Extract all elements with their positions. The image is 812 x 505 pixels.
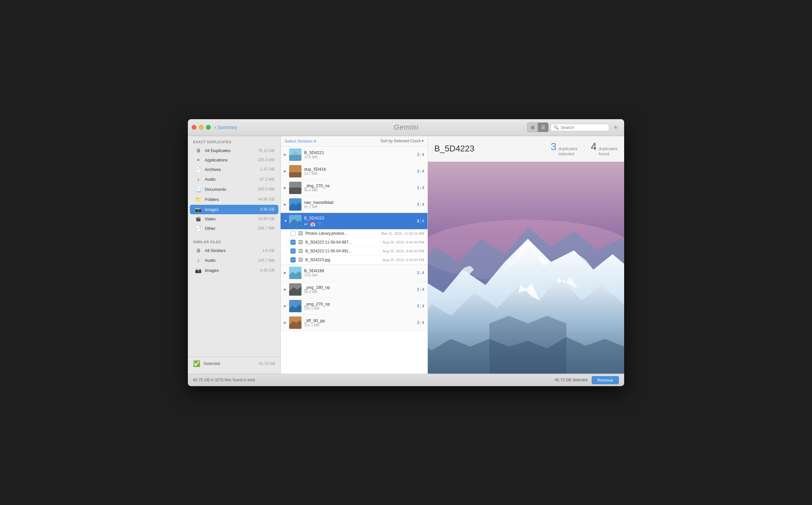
group-count-raw_hasselblad: 3 | 4 xyxy=(417,202,425,207)
search-bar[interactable]: 🔍 xyxy=(551,124,609,131)
file-name-b5d4223-991: B_5D4223 11-56-04-991... xyxy=(306,249,380,253)
file-group-header-B_5D4221[interactable]: ▶ B_5D4221 13.6 MB 3 | 4 xyxy=(281,147,427,163)
group-name-dng_270_ns: _dng_270_ns xyxy=(304,183,417,188)
sidebar-item-archives[interactable]: 📄 Archives 1.47 GB xyxy=(190,165,278,174)
sidebar-size-all-similars: 4.6 GB xyxy=(262,248,274,253)
titlebar: ‹ Summary Gemini ⊞ ☰ 🔍 ★ xyxy=(188,119,624,136)
sidebar-size-archives: 1.47 GB xyxy=(260,167,274,172)
group-name-tiff_90_pp: _tiff_90_pp xyxy=(304,318,417,323)
sidebar-item-other[interactable]: 📄 Other 266.7 MB xyxy=(190,224,278,233)
checkbox-b5d4223-991[interactable]: ✓ xyxy=(290,248,295,254)
file-group-header-dup_5D416[interactable]: ▶ dup_5D416 14.7 MB 3 | 4 xyxy=(281,163,427,179)
group-info-dng_270_ns: _dng_270_ns 48.4 MB xyxy=(304,183,417,192)
file-group-png_180_np: ▶ _png_180_np 94.9 MB 3 | 4 xyxy=(281,281,427,298)
sidebar-label-audio: Audio xyxy=(205,177,256,182)
group-info-raw_hasselblad: raw_hasselblad 91.2 MB xyxy=(304,200,417,209)
select-similars-button[interactable]: Select Similars ▾ xyxy=(284,139,316,144)
group-size-dup_5D416: 14.7 MB xyxy=(304,172,417,175)
file-group-B_5D4221: ▶ B_5D4221 13.6 MB 3 | 4 xyxy=(281,147,427,163)
file-group-header-B_5D4199[interactable]: ▶ B_5D4199 13.6 MB 3 | 4 xyxy=(281,265,427,281)
checkbox-b5d4223-jpg[interactable]: ✓ xyxy=(290,257,295,263)
file-date-photos-lib: Mar 12, 2016, 11:56:10 AM xyxy=(381,231,424,235)
file-group-header-png_180_np[interactable]: ▶ _png_180_np 94.9 MB 3 | 4 xyxy=(281,281,427,298)
file-group-dup_5D416: ▶ dup_5D416 14.7 MB 3 | 4 xyxy=(281,163,427,180)
maximize-button[interactable] xyxy=(206,125,211,130)
file-subitem-b5d4223-987[interactable]: ✓ 🖼 B_5D4223 11-56-04-987... Aug 25, 201… xyxy=(281,238,427,247)
group-info-B_5D4221: B_5D4221 13.6 MB xyxy=(304,150,417,159)
file-subitem-b5d4223-991[interactable]: ✓ 🖼 B_5D4223 11-56-04-991... Aug 25, 201… xyxy=(281,247,427,256)
stat-label-selected: duplicatesselected xyxy=(558,146,578,157)
close-button[interactable] xyxy=(192,125,196,130)
checkbox-photos-lib[interactable] xyxy=(290,231,295,236)
file-subitem-b5d4223-jpg[interactable]: ✓ 🖼 B_5D4223.jpg Aug 25, 2015, 6:44:44 P… xyxy=(281,256,427,265)
selected-label: Selected xyxy=(203,361,255,366)
group-name-png_270_np: _png_270_np xyxy=(304,302,417,306)
remove-button[interactable]: Remove xyxy=(592,376,619,384)
sidebar-item-all-duplicates[interactable]: 🖥 All Duplicates 76.15 GB xyxy=(190,146,278,155)
svg-rect-6 xyxy=(289,188,301,194)
action-heart-icon[interactable]: ♡ xyxy=(318,221,322,226)
file-group-header-png_270_np[interactable]: ▶ _png_270_np 100.1 MB 3 | 4 xyxy=(281,298,427,314)
count-selected-B_5D4221: 3 xyxy=(417,152,419,157)
search-input[interactable] xyxy=(561,125,606,130)
app-logo: Gemini xyxy=(394,123,418,132)
checkbox-b5d4223-987[interactable]: ✓ xyxy=(290,239,295,245)
sort-button[interactable]: Sort by Selected Count ▾ xyxy=(380,139,424,143)
status-summary: 80.75 GB in 3276 files found in total xyxy=(193,378,555,382)
sidebar-label-applications: Applications xyxy=(205,158,255,162)
group-thumb-png_270_np xyxy=(289,300,301,312)
action-calendar-icon[interactable]: 📅 xyxy=(310,221,316,226)
file-date-b5d4223-991: Aug 25, 2015, 6:44:44 PM xyxy=(383,249,424,253)
action-move-icon[interactable]: ↩ xyxy=(304,221,308,226)
sidebar-item-documents[interactable]: 📃 Documents 330.5 MB xyxy=(190,185,278,194)
sidebar-size-documents: 330.5 MB xyxy=(258,187,274,191)
folders-icon: 📁 xyxy=(195,196,202,202)
group-arrow-dng_270_ns: ▶ xyxy=(284,186,289,189)
file-group-header-raw_hasselblad[interactable]: ▶ raw_hasselblad 91.2 MB 3 | 4 xyxy=(281,196,427,213)
sidebar-item-images[interactable]: 📷 Images 8.96 GB xyxy=(190,205,278,214)
sidebar-size-audio: 87.2 MB xyxy=(260,177,274,182)
file-type-b5d4223-987: 🖼 xyxy=(298,239,303,245)
traffic-lights xyxy=(192,125,211,130)
sidebar-item-video[interactable]: 🎬 Video 19.84 GB xyxy=(190,215,278,223)
file-list-scroll[interactable]: ▶ B_5D4221 13.6 MB 3 | 4 xyxy=(281,147,427,374)
svg-rect-1 xyxy=(289,155,301,161)
group-info-tiff_90_pp: _tiff_90_pp 161.1 MB xyxy=(304,318,417,327)
stat-num-found: 4 xyxy=(591,141,597,153)
minimize-button[interactable] xyxy=(199,125,203,130)
group-name-raw_hasselblad: raw_hasselblad xyxy=(304,200,417,205)
archives-icon: 📄 xyxy=(195,166,202,173)
grid-view-button[interactable]: ⊞ xyxy=(528,123,538,132)
preview-stats: 3 duplicatesselected 4 duplicatesfound xyxy=(551,141,618,157)
sidebar-item-all-similars[interactable]: 🖥 All Similars 4.6 GB xyxy=(190,246,278,255)
file-subitem-photos-lib[interactable]: 🖼 Photos Library.photosl... Mar 12, 2016… xyxy=(281,229,427,238)
sidebar-item-audio[interactable]: ♪ Audio 87.2 MB xyxy=(190,175,278,184)
list-view-button[interactable]: ☰ xyxy=(538,123,548,132)
group-size-png_270_np: 100.1 MB xyxy=(304,306,417,310)
sidebar-label-all-similars: All Similars xyxy=(205,248,259,253)
sort-label: Sort by Selected Count ▾ xyxy=(380,139,424,143)
sidebar-item-sim-audio[interactable]: ♪ Audio 145.7 MB xyxy=(190,256,278,265)
select-similars-label: Select Similars ▾ xyxy=(284,139,316,144)
group-arrow-raw_hasselblad: ▶ xyxy=(284,202,289,206)
sidebar-item-folders[interactable]: 📁 Folders 44.96 GB xyxy=(190,195,278,204)
group-count-dng_270_ns: 3 | 4 xyxy=(417,186,425,190)
file-group-header-B_5D4223[interactable]: ▼ B_5D4223 ↩ 📅 ♡ xyxy=(281,213,427,229)
group-size-B_5D4199: 13.6 MB xyxy=(304,273,417,277)
file-group-header-tiff_90_pp[interactable]: ▶ _tiff_90_pp 161.1 MB 3 | 4 xyxy=(281,315,427,331)
sim-audio-icon: ♪ xyxy=(195,258,202,264)
preview-image-container xyxy=(428,162,624,373)
sidebar-item-sim-images[interactable]: 📷 Images 4.45 GB xyxy=(190,266,278,275)
chevron-left-icon: ‹ xyxy=(215,124,216,130)
all-similars-icon: 🖥 xyxy=(195,248,202,254)
sidebar-label-documents: Documents xyxy=(205,187,255,192)
file-group-raw_hasselblad: ▶ raw_hasselblad 91.2 MB 3 | 4 xyxy=(281,196,427,213)
group-arrow-png_180_np: ▶ xyxy=(284,288,289,291)
svg-rect-4 xyxy=(289,172,301,177)
sidebar-item-applications[interactable]: ✦ Applications 225.4 MB xyxy=(190,156,278,164)
titlebar-center: Gemini xyxy=(394,123,418,132)
sidebar-size-applications: 225.4 MB xyxy=(258,158,274,162)
file-group-header-dng_270_ns[interactable]: ▶ _dng_270_ns 48.4 MB 3 | 4 xyxy=(281,180,427,196)
back-button[interactable]: ‹ Summary xyxy=(215,124,237,130)
star-button[interactable]: ★ xyxy=(611,123,620,132)
